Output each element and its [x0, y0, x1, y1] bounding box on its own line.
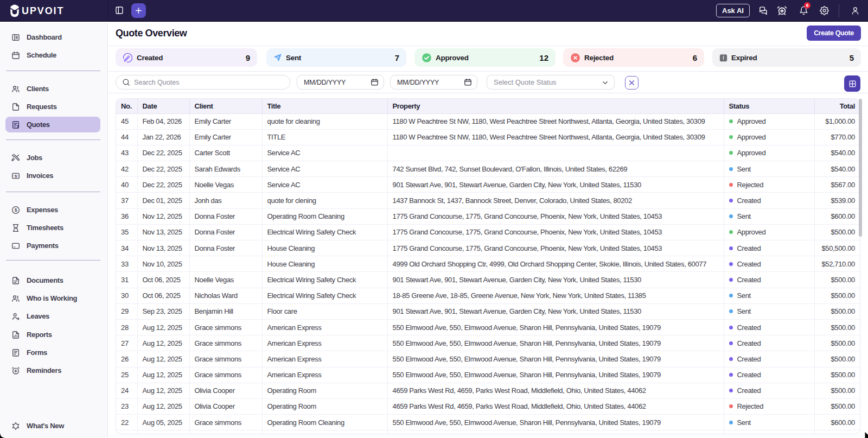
svg-text:$: $: [15, 207, 17, 213]
svg-text:$: $: [15, 173, 17, 178]
